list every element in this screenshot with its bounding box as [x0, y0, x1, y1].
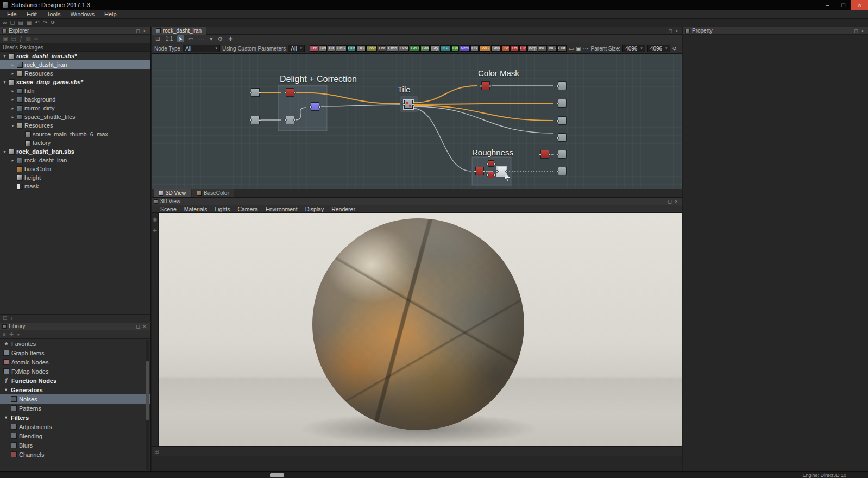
input-connector-dot[interactable] — [249, 91, 252, 94]
grid-icon[interactable]: ⊞ — [154, 35, 161, 42]
pan-icon[interactable]: ✚ — [153, 228, 157, 234]
input-connector-dot[interactable] — [474, 170, 476, 173]
library-item[interactable]: Blending — [0, 431, 150, 441]
expand-down-icon[interactable]: ▾ — [2, 54, 7, 59]
tree-item[interactable]: factory — [0, 139, 150, 147]
tab-basecolor[interactable]: BaseColor — [192, 189, 234, 197]
view-menu-lights[interactable]: Lights — [211, 206, 234, 212]
tree-item[interactable]: height — [0, 173, 150, 182]
library-item[interactable]: Channels — [0, 450, 150, 459]
input-connector-dot[interactable] — [556, 120, 559, 122]
view-menu-display[interactable]: Display — [301, 206, 328, 212]
tree-item[interactable]: ▸rock_dasht_iran — [0, 156, 150, 165]
library-item[interactable]: ★Favorites — [0, 339, 150, 348]
expand-right-icon[interactable]: ▸ — [10, 89, 15, 93]
close-icon[interactable]: × — [141, 28, 148, 34]
graph-node[interactable] — [251, 116, 260, 124]
expand-right-icon[interactable]: ▸ — [10, 106, 15, 111]
status-scroll-chip[interactable] — [270, 473, 284, 477]
dock-icon[interactable]: ⊞ — [154, 449, 159, 455]
dock-icon[interactable]: ⊞ — [3, 315, 7, 321]
close-icon[interactable]: × — [859, 28, 866, 34]
output-connector-dot[interactable] — [493, 162, 496, 165]
input-connector-dot[interactable] — [486, 162, 489, 165]
node-type-chip[interactable]: Nrm — [460, 45, 470, 52]
tree-item[interactable]: ▸background — [0, 95, 150, 104]
graph-node[interactable] — [251, 88, 260, 97]
tree-item[interactable]: ▸hdri — [0, 86, 150, 95]
output-connector-dot[interactable] — [505, 170, 508, 173]
node-type-chip[interactable]: Lvl — [451, 45, 459, 52]
float-icon[interactable]: ◻ — [135, 28, 141, 34]
output-connector-dot[interactable] — [548, 153, 551, 156]
input-connector-dot[interactable] — [556, 136, 559, 139]
expand-right-icon[interactable]: ▸ — [10, 115, 15, 120]
expand-right-icon[interactable]: ▸ — [10, 71, 15, 76]
node-type-chip[interactable]: InC — [538, 45, 546, 52]
close-button[interactable]: × — [851, 0, 868, 10]
node-type-chip[interactable]: Gry — [430, 45, 439, 52]
expand-right-icon[interactable]: ▸ — [10, 62, 15, 67]
node-type-chip[interactable]: Out — [557, 45, 567, 52]
graph-node[interactable] — [286, 88, 294, 97]
redo-icon[interactable]: ↷ — [43, 19, 47, 27]
secondary-size-select[interactable]: 4096 — [647, 45, 670, 52]
node-type-chip[interactable]: InG — [548, 45, 557, 52]
graph-icon[interactable]: ▤ — [11, 36, 16, 42]
parent-size-select[interactable]: 4096 — [622, 45, 645, 52]
expand-down-icon[interactable]: ▾ — [2, 149, 7, 154]
view-menu-renderer[interactable]: Renderer — [328, 206, 359, 212]
input-connector-dot[interactable] — [284, 119, 287, 122]
library-item[interactable]: Graph Items — [0, 348, 150, 357]
dots-icon[interactable]: ⋯ — [583, 46, 589, 52]
graph-node[interactable] — [481, 81, 490, 90]
comment2-icon[interactable]: ▣ — [576, 46, 581, 52]
output-connector-dot[interactable] — [489, 85, 492, 87]
save-icon[interactable]: ▦ — [27, 19, 32, 27]
output-connector-dot[interactable] — [493, 174, 496, 177]
library-item[interactable]: Noises — [0, 394, 150, 404]
node-type-chip[interactable]: SVG — [479, 45, 490, 52]
graph-node[interactable] — [558, 116, 567, 125]
view-icon[interactable]: ▾ — [17, 331, 20, 337]
view-menu-camera[interactable]: Camera — [234, 206, 261, 212]
tree-item[interactable]: ▸Resources — [0, 69, 150, 78]
tree-item[interactable]: ▾Resources — [0, 121, 150, 130]
package-icon[interactable]: ▣ — [3, 36, 8, 42]
float-icon[interactable]: ◻ — [667, 28, 674, 34]
graph-node[interactable] — [558, 167, 567, 175]
output-connector-dot[interactable] — [412, 103, 414, 106]
node-type-chip[interactable]: Trs — [510, 45, 518, 52]
graph-node[interactable] — [558, 150, 567, 159]
menu-tools[interactable]: Tools — [42, 11, 66, 17]
library-item[interactable]: Patterns — [0, 404, 150, 413]
tree-item[interactable]: mask — [0, 182, 150, 191]
filter-icon[interactable]: ≡ — [3, 331, 6, 337]
open-icon[interactable]: ▤ — [18, 19, 23, 27]
node-type-chip[interactable]: Blr — [328, 45, 335, 52]
close-icon[interactable]: × — [141, 324, 148, 329]
cross-icon[interactable]: ✚ — [227, 35, 234, 42]
graph-node[interactable] — [404, 100, 413, 109]
zoom-ratio-button[interactable]: 1:1 — [164, 35, 174, 42]
library-scrollbar-thumb[interactable] — [146, 361, 149, 420]
node-type-chip[interactable]: Dst — [378, 45, 386, 52]
link-icon[interactable]: ∞ — [3, 19, 7, 27]
graph-node[interactable] — [475, 167, 484, 175]
library-item[interactable]: ▾Filters — [0, 413, 150, 422]
comment-icon[interactable]: ▭ — [569, 46, 574, 52]
close-icon[interactable]: × — [673, 199, 680, 204]
node-type-chip[interactable]: Wrp — [527, 45, 538, 52]
node-type-chip[interactable]: ChS — [336, 45, 347, 52]
graph-node[interactable] — [311, 102, 319, 111]
node-type-chip[interactable]: Cur — [347, 45, 356, 52]
node-type-chip[interactable]: DBl — [356, 45, 366, 52]
library-item[interactable]: FxMap Nodes — [0, 367, 150, 376]
refresh-icon[interactable]: ⟳ — [51, 19, 55, 27]
tree-item[interactable]: source_main_thumb_6_max — [0, 130, 150, 139]
input-connector-dot[interactable] — [486, 174, 489, 177]
graph-node[interactable] — [558, 99, 567, 108]
library-item[interactable]: ƒFunction Nodes — [0, 376, 150, 385]
tab-3d-view[interactable]: 3D View — [154, 189, 191, 197]
graph-node[interactable] — [558, 81, 567, 90]
